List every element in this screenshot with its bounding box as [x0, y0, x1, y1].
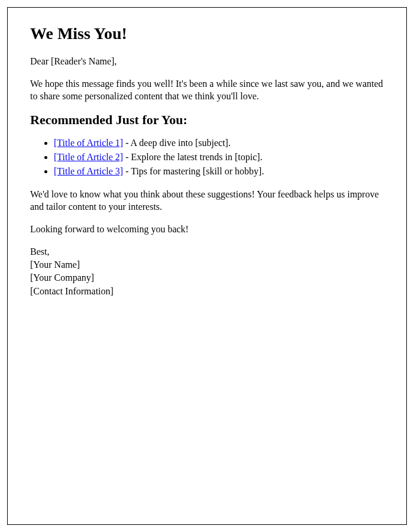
article-link[interactable]: [Title of Article 2]: [54, 152, 123, 162]
document-page: We Miss You! Dear [Reader's Name], We ho…: [7, 7, 407, 525]
article-description: - Tips for mastering [skill or hobby].: [123, 166, 264, 176]
list-item: [Title of Article 2] - Explore the lates…: [54, 150, 384, 164]
signature-name: [Your Name]: [30, 258, 384, 271]
signature-signoff: Best,: [30, 245, 384, 258]
article-list: [Title of Article 1] - A deep dive into …: [54, 136, 384, 179]
article-description: - A deep dive into [subject].: [123, 138, 231, 148]
article-link[interactable]: [Title of Article 1]: [54, 138, 123, 148]
recommendations-heading: Recommended Just for You:: [30, 112, 384, 128]
signature-block: Best, [Your Name] [Your Company] [Contac…: [30, 245, 384, 299]
article-link[interactable]: [Title of Article 3]: [54, 166, 123, 176]
list-item: [Title of Article 3] - Tips for masterin…: [54, 164, 384, 179]
feedback-paragraph: We'd love to know what you think about t…: [30, 188, 384, 213]
list-item: [Title of Article 1] - A deep dive into …: [54, 136, 384, 150]
signature-contact: [Contact Information]: [30, 285, 384, 298]
main-heading: We Miss You!: [30, 24, 384, 43]
intro-paragraph: We hope this message finds you well! It'…: [30, 77, 384, 103]
signature-company: [Your Company]: [30, 271, 384, 284]
greeting-text: Dear [Reader's Name],: [30, 55, 384, 68]
closing-paragraph: Looking forward to welcoming you back!: [30, 223, 384, 236]
article-description: - Explore the latest trends in [topic].: [123, 152, 262, 162]
